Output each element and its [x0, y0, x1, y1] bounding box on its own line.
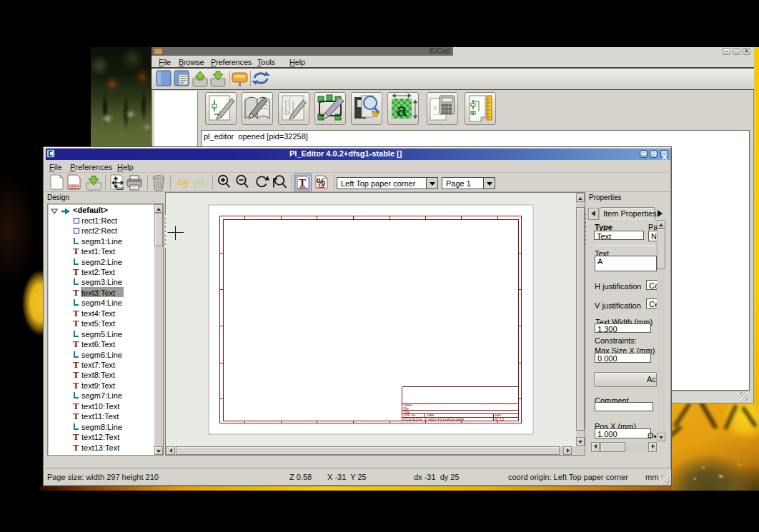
svg-text:KiCad E.D.A. pl_editor 4.0.2+: KiCad E.D.A. pl_editor 4.0.2+dfsg1-stabl…	[404, 418, 465, 421]
svg-text:Size: A4: Size: A4	[404, 413, 416, 417]
svg-text:Rev:: Rev:	[495, 413, 502, 417]
svg-text:a: a	[397, 99, 407, 121]
svg-text:Date:: Date:	[427, 413, 435, 417]
svg-text:Id: 1/1: Id: 1/1	[495, 418, 505, 421]
